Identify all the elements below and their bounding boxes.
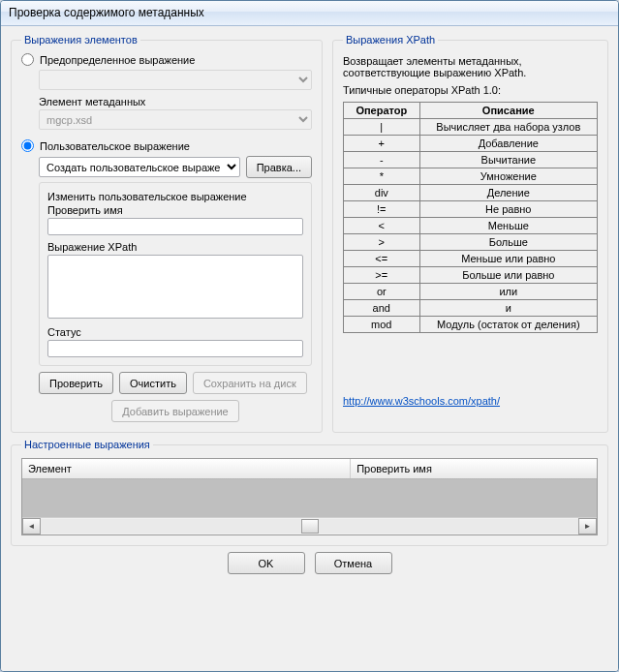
verify-button[interactable]: Проверить bbox=[39, 372, 113, 394]
xpath-expressions-group: Выражения XPath Возвращает элементы мета… bbox=[332, 34, 608, 433]
custom-label: Пользовательское выражение bbox=[40, 140, 190, 152]
table-row: andи bbox=[344, 300, 598, 317]
th-operator: Оператор bbox=[344, 103, 420, 119]
check-name-input[interactable] bbox=[47, 218, 303, 235]
op-cell: mod bbox=[344, 317, 420, 333]
op-cell: < bbox=[344, 218, 420, 234]
custom-radio[interactable] bbox=[21, 139, 34, 152]
op-cell: * bbox=[344, 168, 420, 185]
op-cell: > bbox=[344, 234, 420, 251]
op-cell: + bbox=[344, 136, 420, 152]
edit-custom-legend: Изменить пользовательское выражение bbox=[47, 191, 303, 202]
op-cell: - bbox=[344, 152, 420, 168]
predefined-label: Предопределенное выражение bbox=[40, 54, 195, 66]
add-expression-button: Добавить выражение bbox=[111, 400, 238, 422]
horizontal-scrollbar[interactable]: ◄ ► bbox=[22, 517, 597, 535]
predefined-radio[interactable] bbox=[21, 53, 34, 66]
predefined-select bbox=[39, 70, 312, 90]
custom-radio-row: Пользовательское выражение bbox=[21, 139, 312, 152]
desc-cell: и bbox=[419, 300, 597, 317]
op-cell: and bbox=[344, 300, 420, 317]
th-description: Описание bbox=[419, 103, 597, 119]
configured-expressions-group: Настроенные выражения Элемент Проверить … bbox=[11, 439, 608, 546]
desc-cell: или bbox=[419, 284, 597, 300]
xpath-description: Возвращает элементы метаданных, соответс… bbox=[343, 55, 598, 78]
desc-cell: Больше bbox=[419, 234, 597, 251]
save-to-disk-button: Сохранить на диск bbox=[193, 372, 307, 394]
element-expressions-legend: Выражения элементов bbox=[21, 34, 140, 46]
table-row: *Умножение bbox=[344, 168, 598, 185]
scroll-left-button[interactable]: ◄ bbox=[22, 518, 41, 535]
desc-cell: Меньше bbox=[419, 218, 597, 234]
element-expressions-group: Выражения элементов Предопределенное выр… bbox=[11, 34, 323, 433]
cancel-button[interactable]: Отмена bbox=[315, 552, 392, 574]
xpath-textarea[interactable] bbox=[47, 255, 303, 319]
table-row: modМодуль (остаток от деления) bbox=[344, 317, 598, 333]
scroll-thumb[interactable] bbox=[301, 519, 319, 534]
edit-button[interactable]: Правка... bbox=[246, 156, 312, 178]
configured-expressions-legend: Настроенные выражения bbox=[21, 439, 153, 450]
desc-cell: Больше или равно bbox=[419, 267, 597, 284]
add-row: Добавить выражение bbox=[39, 400, 312, 422]
scroll-right-button[interactable]: ► bbox=[578, 518, 597, 535]
table-row: <=Меньше или равно bbox=[344, 251, 598, 267]
status-input[interactable] bbox=[47, 340, 303, 357]
predefined-radio-row: Предопределенное выражение bbox=[21, 53, 312, 66]
verify-row: Проверить Очистить Сохранить на диск bbox=[39, 372, 312, 394]
table-row: <Меньше bbox=[344, 218, 598, 234]
custom-expression-select[interactable]: Создать пользовательское выражен bbox=[39, 157, 240, 177]
dialog-footer: OK Отмена bbox=[11, 552, 608, 574]
desc-cell: Добавление bbox=[419, 136, 597, 152]
table-row: !=Не равно bbox=[344, 201, 598, 218]
op-cell: div bbox=[344, 185, 420, 201]
clear-button[interactable]: Очистить bbox=[119, 372, 187, 394]
xpath-expressions-legend: Выражения XPath bbox=[343, 34, 438, 46]
desc-cell: Не равно bbox=[419, 201, 597, 218]
table-row: >Больше bbox=[344, 234, 598, 251]
col-element[interactable]: Элемент bbox=[22, 459, 351, 478]
client-area: Выражения элементов Предопределенное выр… bbox=[1, 26, 618, 672]
table-row: orили bbox=[344, 284, 598, 300]
op-cell: >= bbox=[344, 267, 420, 284]
desc-cell: Модуль (остаток от деления) bbox=[419, 317, 597, 333]
metadata-element-select: mgcp.xsd bbox=[39, 109, 312, 130]
desc-cell: Вычисляет два набора узлов bbox=[419, 119, 597, 136]
xpath-ops-caption: Типичные операторы XPath 1.0: bbox=[343, 84, 598, 96]
desc-cell: Умножение bbox=[419, 168, 597, 185]
check-name-label: Проверить имя bbox=[47, 204, 303, 216]
desc-cell: Меньше или равно bbox=[419, 251, 597, 267]
table-row: -Вычитание bbox=[344, 152, 598, 168]
desc-cell: Деление bbox=[419, 185, 597, 201]
operators-table: Оператор Описание |Вычисляет два набора … bbox=[343, 102, 598, 333]
scroll-track[interactable] bbox=[41, 519, 578, 534]
metadata-element-label: Элемент метаданных bbox=[39, 96, 312, 107]
window-title: Проверка содержимого метаданных bbox=[9, 6, 204, 19]
table-row: |Вычисляет два набора узлов bbox=[344, 119, 598, 136]
edit-custom-group: Изменить пользовательское выражение Пров… bbox=[39, 182, 312, 366]
configured-list[interactable]: Элемент Проверить имя ◄ ► bbox=[21, 458, 598, 535]
table-row: divДеление bbox=[344, 185, 598, 201]
status-label: Статус bbox=[47, 326, 303, 338]
ok-button[interactable]: OK bbox=[228, 552, 305, 574]
op-cell: != bbox=[344, 201, 420, 218]
op-cell: or bbox=[344, 284, 420, 300]
dialog-window: Проверка содержимого метаданных Выражени… bbox=[0, 0, 619, 672]
configured-header: Элемент Проверить имя bbox=[22, 459, 597, 479]
xpath-label: Выражение XPath bbox=[47, 241, 303, 253]
table-row: +Добавление bbox=[344, 136, 598, 152]
op-cell: <= bbox=[344, 251, 420, 267]
w3schools-link[interactable]: http://www.w3schools.com/xpath/ bbox=[343, 395, 500, 407]
table-row: >=Больше или равно bbox=[344, 267, 598, 284]
title-bar[interactable]: Проверка содержимого метаданных bbox=[1, 1, 618, 26]
col-check-name[interactable]: Проверить имя bbox=[351, 459, 597, 478]
op-cell: | bbox=[344, 119, 420, 136]
desc-cell: Вычитание bbox=[419, 152, 597, 168]
